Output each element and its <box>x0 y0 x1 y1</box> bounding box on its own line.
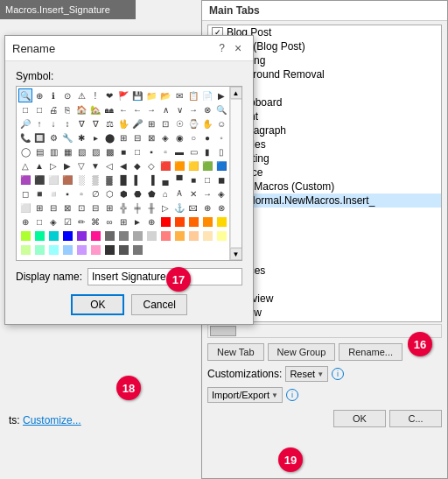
symbol-cell-109[interactable]: ▫ <box>74 187 88 201</box>
symbol-scrollbar[interactable]: ▲ ▼ <box>229 87 242 260</box>
symbol-cell-83[interactable]: ◆ <box>130 158 144 173</box>
color-cell[interactable] <box>214 229 228 243</box>
symbol-cell-44[interactable]: ☺ <box>214 116 228 130</box>
symbol-cell-105[interactable]: ◻ <box>18 187 32 201</box>
reset-info-icon[interactable]: i <box>332 368 344 380</box>
color-cell[interactable] <box>144 243 158 257</box>
symbol-cell-88[interactable]: 🟩 <box>200 158 214 173</box>
color-cell[interactable] <box>60 243 74 257</box>
symbol-cell-144[interactable]: ⊕ <box>144 215 158 229</box>
symbol-cell-29[interactable]: 🔍 <box>214 102 228 116</box>
symbol-cell-14[interactable]: ▶ <box>214 88 228 102</box>
color-cell[interactable] <box>144 229 158 243</box>
symbol-cell-5[interactable]: ! <box>88 88 102 102</box>
symbol-cell-89[interactable]: 🟦 <box>214 158 228 173</box>
symbol-cell-101[interactable]: ▀ <box>172 173 186 187</box>
symbol-cell-108[interactable]: ▪ <box>60 187 74 201</box>
symbol-cell-15[interactable]: □ <box>18 102 32 116</box>
symbol-cell-1[interactable]: ⊕ <box>32 88 46 102</box>
symbol-cell-134[interactable]: ⊗ <box>214 201 228 215</box>
new-group-button[interactable]: New Group <box>268 343 336 361</box>
symbol-cell-120[interactable]: ⬜ <box>18 201 32 215</box>
color-cell[interactable] <box>32 229 46 243</box>
symbol-cell-0[interactable]: 🔍 <box>18 88 32 102</box>
color-cell[interactable] <box>158 229 172 243</box>
symbol-cell-43[interactable]: ✋ <box>200 116 214 130</box>
symbol-cell-119[interactable]: ◈ <box>214 187 228 201</box>
color-cell[interactable] <box>130 229 144 243</box>
symbol-cell-19[interactable]: 🏠 <box>74 102 88 116</box>
color-cell[interactable] <box>46 229 60 243</box>
symbol-cell-4[interactable]: ⚠ <box>74 88 88 102</box>
symbol-cell-20[interactable]: 🏡 <box>88 102 102 116</box>
color-cell[interactable] <box>18 229 32 243</box>
color-cell[interactable] <box>46 243 60 257</box>
symbol-cell-118[interactable]: → <box>200 187 214 201</box>
symbol-cell-106[interactable]: ◾ <box>32 187 46 201</box>
horizontal-scrollbar[interactable] <box>207 324 442 338</box>
color-cell[interactable] <box>130 243 144 257</box>
symbol-cell-103[interactable]: □ <box>200 173 214 187</box>
symbol-cell-52[interactable]: ⊞ <box>116 130 130 144</box>
symbol-cell-11[interactable]: ✉ <box>172 88 186 102</box>
symbol-cell-125[interactable]: ⊟ <box>88 201 102 215</box>
symbol-cell-75[interactable]: △ <box>18 158 32 173</box>
symbol-cell-56[interactable]: ◉ <box>172 130 186 144</box>
color-cell[interactable] <box>200 229 214 243</box>
symbol-cell-57[interactable]: ○ <box>186 130 200 144</box>
color-cell[interactable] <box>18 243 32 257</box>
symbol-cell-63[interactable]: ▦ <box>60 144 74 158</box>
symbol-cell-21[interactable]: 🏘 <box>102 102 116 116</box>
symbol-cell-8[interactable]: 💾 <box>130 88 144 102</box>
symbol-cell-141[interactable]: ∞ <box>102 215 116 229</box>
symbol-cell-112[interactable]: ⬢ <box>116 187 130 201</box>
symbol-cell-58[interactable]: ● <box>200 130 214 144</box>
symbol-cell-114[interactable]: ⬟ <box>144 187 158 201</box>
symbol-cell-49[interactable]: ✱ <box>74 130 88 144</box>
symbol-cell-116[interactable]: Ａ <box>172 187 186 201</box>
symbol-cell-102[interactable]: ■ <box>186 173 200 187</box>
symbol-cell-127[interactable]: ╬ <box>116 201 130 215</box>
symbol-cell-70[interactable]: ▫ <box>158 144 172 158</box>
symbol-cell-110[interactable]: ∅ <box>88 187 102 201</box>
symbol-cell-25[interactable]: ∧ <box>158 102 172 116</box>
symbol-cell-3[interactable]: ⊙ <box>60 88 74 102</box>
symbol-cell-67[interactable]: ■ <box>116 144 130 158</box>
symbol-cell-7[interactable]: 🚩 <box>116 88 130 102</box>
symbol-cell-2[interactable]: ℹ <box>46 88 60 102</box>
symbol-cell-115[interactable]: ⌂ <box>158 187 172 201</box>
symbol-cell-53[interactable]: ⊟ <box>130 130 144 144</box>
symbol-cell-54[interactable]: ⊠ <box>144 130 158 144</box>
symbol-cell-142[interactable]: ⊞ <box>116 215 130 229</box>
symbol-cell-91[interactable]: ⬛ <box>32 173 46 187</box>
symbol-cell-93[interactable]: 🟫 <box>60 173 74 187</box>
symbol-cell-139[interactable]: ✏ <box>74 215 88 229</box>
symbol-cell-78[interactable]: ▶ <box>60 158 74 173</box>
symbol-cell-30[interactable]: 🔎 <box>18 116 32 130</box>
scroll-down-button[interactable]: ▼ <box>230 248 242 260</box>
symbol-cell-18[interactable]: ⎘ <box>60 102 74 116</box>
symbol-cell-38[interactable]: 🎤 <box>130 116 144 130</box>
symbol-cell-24[interactable]: → <box>144 102 158 116</box>
color-cell[interactable] <box>88 229 102 243</box>
rename-close-button[interactable]: × <box>230 40 246 56</box>
symbol-cell-22[interactable]: ← <box>116 102 130 116</box>
color-cell[interactable] <box>172 229 186 243</box>
symbol-cell-47[interactable]: ⚙ <box>46 130 60 144</box>
symbol-cell-122[interactable]: ⊟ <box>46 201 60 215</box>
symbol-cell-55[interactable]: ◈ <box>158 130 172 144</box>
display-name-input[interactable] <box>88 268 242 285</box>
symbol-cell-26[interactable]: ∨ <box>172 102 186 116</box>
symbol-cell-6[interactable]: ❤ <box>102 88 116 102</box>
symbol-cell-129[interactable]: ╫ <box>144 201 158 215</box>
symbol-cell-111[interactable]: ⬡ <box>102 187 116 201</box>
symbol-cell-65[interactable]: ▨ <box>88 144 102 158</box>
color-cell[interactable] <box>172 215 186 229</box>
import-export-dropdown[interactable]: Import/Export ▼ <box>207 387 283 403</box>
symbol-cell-17[interactable]: 🖨 <box>46 102 60 116</box>
symbol-cell-96[interactable]: ▓ <box>102 173 116 187</box>
new-tab-button[interactable]: New Tab <box>207 343 264 361</box>
customize-link[interactable]: Customize... <box>23 414 81 426</box>
symbol-cell-82[interactable]: ◀ <box>116 158 130 173</box>
symbol-cell-71[interactable]: ▬ <box>172 144 186 158</box>
